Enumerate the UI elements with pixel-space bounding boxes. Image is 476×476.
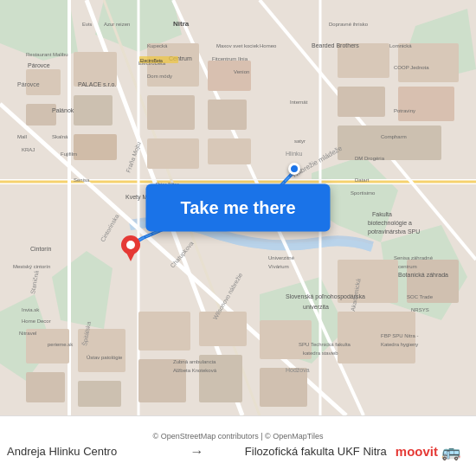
svg-text:KRAJ: KRAJ — [22, 147, 35, 152]
svg-text:Párovce: Párovce — [28, 62, 50, 68]
svg-text:Senisa záhradné: Senisa záhradné — [394, 255, 434, 261]
svg-rect-28 — [208, 100, 247, 130]
svg-marker-123 — [125, 251, 136, 261]
svg-text:Mestský cintorín: Mestský cintorín — [13, 264, 50, 269]
svg-text:Potraviny: Potraviny — [394, 108, 415, 113]
svg-text:Fitcentrum Ilnia: Fitcentrum Ilnia — [212, 56, 248, 61]
svg-text:Dom módy: Dom módy — [147, 74, 172, 79]
svg-text:Fakulta: Fakulta — [372, 211, 392, 217]
svg-text:Ústav patológie: Ústav patológie — [87, 355, 123, 360]
svg-text:satyr: satyr — [294, 138, 306, 144]
svg-rect-34 — [338, 125, 441, 160]
svg-rect-30 — [338, 43, 389, 78]
origin-label: Andreja Hlinku Centro — [7, 445, 181, 458]
svg-text:Skalná: Skalná — [52, 134, 68, 139]
svg-rect-33 — [398, 87, 454, 121]
destination-dot — [288, 163, 300, 175]
svg-text:Senisa: Senisa — [74, 177, 90, 183]
svg-text:Univerzitné: Univerzitné — [268, 255, 295, 261]
svg-text:Nitravel: Nitravel — [19, 331, 36, 336]
svg-text:Nitra: Nitra — [173, 20, 190, 28]
svg-rect-31 — [338, 87, 385, 117]
svg-text:univerzita: univerzita — [303, 304, 329, 310]
svg-text:Palánok: Palánok — [52, 107, 74, 113]
bottom-bar: © OpenStreetMap contributors | © OpenMap… — [0, 415, 476, 476]
svg-text:COOP Jednota: COOP Jednota — [394, 65, 429, 70]
attribution-text: © OpenStreetMap contributors | © OpenMap… — [0, 430, 476, 442]
svg-text:Kupecká: Kupecká — [147, 43, 168, 48]
svg-text:Párovce: Párovce — [17, 81, 40, 87]
svg-rect-25 — [147, 95, 195, 130]
svg-text:Restaurant Malibu: Restaurant Malibu — [26, 52, 68, 57]
svg-text:Maxov svet kociek: Maxov svet kociek — [216, 43, 260, 48]
svg-text:Hodžova: Hodžova — [286, 367, 310, 373]
svg-text:Alžbeta Knoteková: Alžbeta Knoteková — [173, 368, 217, 373]
svg-rect-26 — [147, 138, 199, 169]
svg-rect-29 — [208, 138, 251, 164]
origin-pin — [121, 235, 140, 265]
app: Nábrežie mládeže Cintorínska Chatupkova … — [0, 0, 476, 476]
svg-text:Internát: Internát — [290, 100, 308, 105]
svg-rect-22 — [74, 95, 113, 125]
svg-text:Venion: Venion — [234, 69, 249, 74]
svg-rect-42 — [138, 312, 190, 351]
destination-label: Filozofická fakulta UKF Nitra — [212, 445, 386, 458]
svg-text:SPU Technická fakulta: SPU Technická fakulta — [299, 342, 351, 347]
svg-text:perieme.sk: perieme.sk — [48, 342, 74, 347]
svg-text:Katedra hygieny: Katedra hygieny — [381, 342, 418, 347]
svg-rect-41 — [78, 381, 121, 407]
svg-text:Zubná ambulancia: Zubná ambulancia — [173, 359, 216, 364]
svg-text:Dopravné ihrisko: Dopravné ihrisko — [329, 22, 369, 27]
route-info-bar: Andreja Hlinku Centro → Filozofická faku… — [0, 442, 476, 463]
moovit-logo: moovit 🚌 — [387, 442, 469, 461]
moovit-icon: 🚌 — [441, 442, 460, 461]
svg-text:FBP SPU Nitra -: FBP SPU Nitra - — [381, 333, 419, 338]
svg-rect-32 — [398, 43, 459, 82]
svg-text:Evis: Evis — [82, 22, 92, 27]
svg-text:Slovenská poľnohospodárska: Slovenská poľnohospodárska — [286, 293, 365, 300]
svg-text:Homeo: Homeo — [260, 43, 277, 48]
svg-text:Compharm: Compharm — [381, 134, 407, 139]
svg-text:Invia.sk: Invia.sk — [22, 307, 40, 312]
svg-text:Fujifilm: Fujifilm — [61, 151, 77, 157]
svg-text:centrum: centrum — [398, 264, 417, 269]
svg-text:Sportisimo: Sportisimo — [351, 190, 376, 196]
svg-rect-39 — [26, 372, 65, 402]
svg-rect-23 — [74, 134, 117, 160]
moovit-brand-text: moovit — [396, 444, 438, 459]
svg-text:SOC Trade: SOC Trade — [407, 294, 434, 299]
svg-rect-27 — [208, 61, 251, 91]
svg-rect-43 — [138, 359, 186, 402]
svg-text:Cintorín: Cintorín — [30, 246, 52, 252]
svg-text:Lomnická: Lomnická — [389, 43, 412, 48]
svg-point-122 — [126, 241, 135, 249]
svg-text:Bearded Brothers: Bearded Brothers — [312, 42, 359, 48]
map-container: Nábrežie mládeže Cintorínska Chatupkova … — [0, 0, 476, 415]
svg-text:PALACE s.r.o.: PALACE s.r.o. — [78, 81, 116, 87]
svg-text:Datart: Datart — [355, 177, 370, 183]
svg-text:Mall: Mall — [17, 134, 27, 139]
svg-text:Vívárium: Vívárium — [268, 264, 289, 269]
arrow-icon: → — [190, 444, 203, 460]
take-me-there-button[interactable]: Take me there — [145, 184, 330, 232]
svg-text:biotechnológie a: biotechnológie a — [368, 220, 412, 227]
svg-text:Botanická záhrada: Botanická záhrada — [398, 272, 448, 278]
svg-text:ElectroBeta: ElectroBeta — [140, 58, 163, 63]
svg-text:DM Drogéria: DM Drogéria — [355, 156, 385, 161]
svg-rect-44 — [199, 312, 247, 346]
svg-text:Hlinku: Hlinku — [286, 151, 303, 157]
svg-text:katedra stavieb: katedra stavieb — [303, 351, 338, 356]
svg-text:NRSYS: NRSYS — [411, 307, 429, 312]
button-container: Take me there — [145, 184, 330, 232]
svg-text:Home Decor: Home Decor — [22, 318, 51, 324]
svg-text:Azur reizen: Azur reizen — [104, 22, 130, 27]
svg-rect-47 — [260, 368, 307, 407]
svg-text:potravinárstva SPU: potravinárstva SPU — [368, 228, 420, 235]
